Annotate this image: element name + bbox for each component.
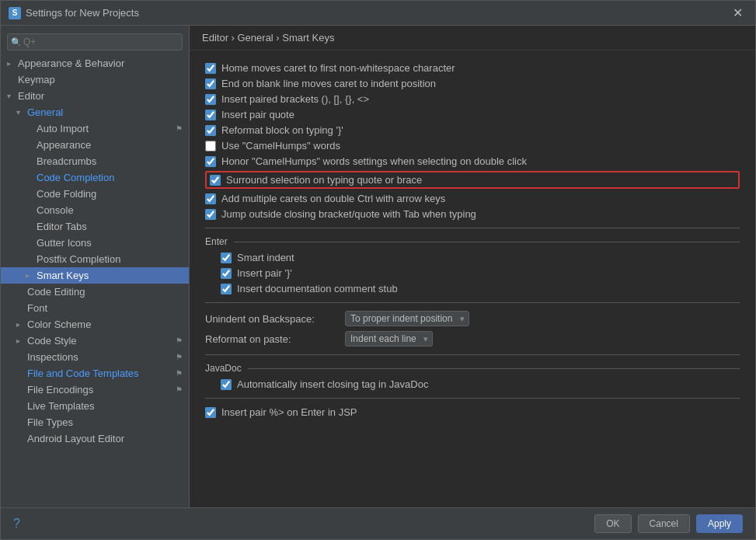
sidebar-item-inspections[interactable]: Inspections⚑: [1, 349, 189, 365]
home-moves-label: Home moves caret to first non-whitespace…: [221, 62, 455, 74]
sidebar-item-console[interactable]: Console: [1, 202, 189, 218]
tree-arrow-icon: [16, 287, 26, 297]
sidebar-item-general[interactable]: ▾General: [1, 104, 189, 120]
sidebar-item-color-scheme[interactable]: ▸Color Scheme: [1, 316, 189, 333]
javadoc-separator: [248, 368, 740, 369]
tree-arrow-icon: [26, 141, 35, 150]
sidebar-item-code-editing[interactable]: Code Editing: [1, 284, 189, 300]
surround-selection-checkbox[interactable]: [210, 175, 221, 186]
flag-icon: ⚑: [176, 369, 183, 378]
form-row-unindent-select: Unindent on Backspace:To proper indent p…: [205, 311, 740, 326]
sidebar-item-label: File Types: [27, 416, 73, 428]
insert-paired-brackets-label: Insert paired brackets (), [], {}, <>: [221, 93, 369, 105]
flag-icon: ⚑: [176, 385, 183, 394]
tree-arrow-icon: ▾: [7, 92, 16, 101]
sidebar-item-label: Code Editing: [27, 286, 85, 298]
add-multiple-carets-checkbox[interactable]: [205, 193, 216, 204]
sidebar-item-keymap[interactable]: Keymap: [1, 71, 189, 88]
sidebar-item-smart-keys[interactable]: ▸Smart Keys: [1, 267, 189, 284]
form-row-reformat-select: Reformat on paste:Indent each lineReform…: [205, 331, 740, 347]
ok-button[interactable]: OK: [594, 514, 631, 533]
jump-outside-checkbox[interactable]: [205, 209, 216, 220]
end-blank-checkbox[interactable]: [205, 78, 216, 89]
auto-insert-closing-checkbox[interactable]: [221, 379, 232, 390]
sidebar-item-editor[interactable]: ▾Editor: [1, 88, 189, 104]
home-moves-checkbox[interactable]: [205, 63, 216, 74]
sidebar-item-gutter-icons[interactable]: Gutter Icons: [1, 235, 189, 251]
sidebar-item-code-folding[interactable]: Code Folding: [1, 186, 189, 202]
main-content: 🔍 ▸Appearance & BehaviorKeymap▾Editor▾Ge…: [1, 26, 755, 507]
tree-arrow-icon: [16, 418, 26, 427]
sidebar-item-label: Keymap: [18, 74, 55, 85]
separator3: [205, 354, 740, 355]
jsp-checkbox[interactable]: [205, 407, 216, 418]
surround-selection-label: Surround selection on typing quote or br…: [226, 174, 422, 186]
insert-paired-brackets-checkbox[interactable]: [205, 94, 216, 105]
tree-arrow-icon: [16, 385, 26, 395]
tree-arrow-icon: [26, 124, 35, 134]
tree-arrow-icon: [16, 369, 26, 378]
enter-checkbox-row-insert-pair-brace: Insert pair '}': [205, 267, 740, 279]
close-button[interactable]: ✕: [728, 4, 747, 22]
tree-arrow-icon: [26, 157, 35, 166]
reformat-select[interactable]: Indent each lineReformat blockNo reforma…: [345, 331, 433, 347]
smart-indent-label: Smart indent: [237, 252, 294, 263]
flag-icon: ⚑: [176, 124, 183, 133]
tree-arrow-icon: [26, 190, 35, 199]
use-camelhumps-checkbox[interactable]: [205, 141, 216, 152]
sidebar-item-label: Code Style: [27, 335, 77, 347]
checkbox-row-end-blank: End on blank line moves caret to indent …: [205, 78, 740, 89]
sidebar-item-auto-import[interactable]: Auto Import⚑: [1, 120, 189, 137]
sidebar-item-label: Postfix Completion: [37, 253, 120, 265]
smart-indent-checkbox[interactable]: [221, 253, 232, 263]
cancel-button[interactable]: Cancel: [638, 514, 690, 533]
checkbox-row-use-camelhumps: Use "CamelHumps" words: [205, 140, 740, 152]
honor-camelhumps-label: Honor "CamelHumps" words settings when s…: [221, 155, 527, 167]
sidebar-item-label: Font: [27, 302, 47, 314]
window-title: Settings for New Projects: [26, 7, 728, 19]
unindent-select-wrapper: To proper indent positionEach tab or ind…: [345, 311, 469, 326]
tree-arrow-icon: ▸: [7, 59, 16, 68]
insert-pair-quote-checkbox[interactable]: [205, 110, 216, 120]
help-icon[interactable]: ?: [13, 517, 20, 530]
sidebar-item-postfix-completion[interactable]: Postfix Completion: [1, 251, 189, 267]
insert-doc-comment-checkbox[interactable]: [221, 284, 232, 294]
honor-camelhumps-checkbox[interactable]: [205, 156, 216, 167]
insert-pair-brace-label: Insert pair '}': [237, 267, 292, 279]
sidebar-item-label: File and Code Templates: [27, 368, 139, 379]
sidebar-item-file-types[interactable]: File Types: [1, 414, 189, 430]
sidebar-item-file-encodings[interactable]: File Encodings⚑: [1, 381, 189, 398]
flag-icon: ⚑: [176, 336, 183, 345]
apply-button[interactable]: Apply: [696, 514, 743, 533]
insert-pair-brace-checkbox[interactable]: [221, 268, 232, 279]
javadoc-label: JavaDoc: [205, 363, 242, 374]
enter-checkbox-row-insert-doc-comment: Insert documentation comment stub: [205, 283, 740, 294]
sidebar-item-breadcrumbs[interactable]: Breadcrumbs: [1, 153, 189, 169]
footer-left: ?: [13, 517, 20, 531]
unindent-select[interactable]: To proper indent positionEach tab or ind…: [345, 311, 469, 326]
sidebar-item-live-templates[interactable]: Live Templates: [1, 398, 189, 414]
unindent-select-label: Unindent on Backspace:: [205, 313, 345, 325]
search-icon: 🔍: [11, 37, 22, 47]
sidebar-item-android-layout-editor[interactable]: Android Layout Editor: [1, 430, 189, 447]
sidebar-item-code-style[interactable]: ▸Code Style⚑: [1, 333, 189, 349]
sidebar-item-appearance[interactable]: Appearance: [1, 137, 189, 153]
sidebar-item-code-completion[interactable]: Code Completion: [1, 169, 189, 186]
checkbox-row-jump-outside: Jump outside closing bracket/quote with …: [205, 208, 740, 220]
sidebar-item-label: Editor Tabs: [37, 221, 87, 232]
checkbox-row-surround-selection: Surround selection on typing quote or br…: [205, 171, 740, 189]
sidebar-item-file-and-code-templates[interactable]: File and Code Templates⚑: [1, 365, 189, 381]
reformat-block-checkbox[interactable]: [205, 125, 216, 136]
sidebar-item-label: General: [27, 106, 63, 118]
tree-arrow-icon: ▾: [16, 108, 26, 117]
search-input[interactable]: [7, 33, 183, 51]
sidebar-item-appearance-behavior[interactable]: ▸Appearance & Behavior: [1, 55, 189, 71]
enter-checkboxes-group: Smart indentInsert pair '}'Insert docume…: [205, 252, 740, 294]
search-box: 🔍: [7, 33, 183, 51]
tree-arrow-icon: [26, 255, 35, 264]
sidebar-item-font[interactable]: Font: [1, 300, 189, 316]
tree-arrow-icon: [26, 173, 35, 183]
reformat-block-label: Reformat block on typing '}': [221, 124, 343, 136]
sidebar-tree: ▸Appearance & BehaviorKeymap▾Editor▾Gene…: [1, 55, 189, 447]
sidebar-item-editor-tabs[interactable]: Editor Tabs: [1, 218, 189, 235]
